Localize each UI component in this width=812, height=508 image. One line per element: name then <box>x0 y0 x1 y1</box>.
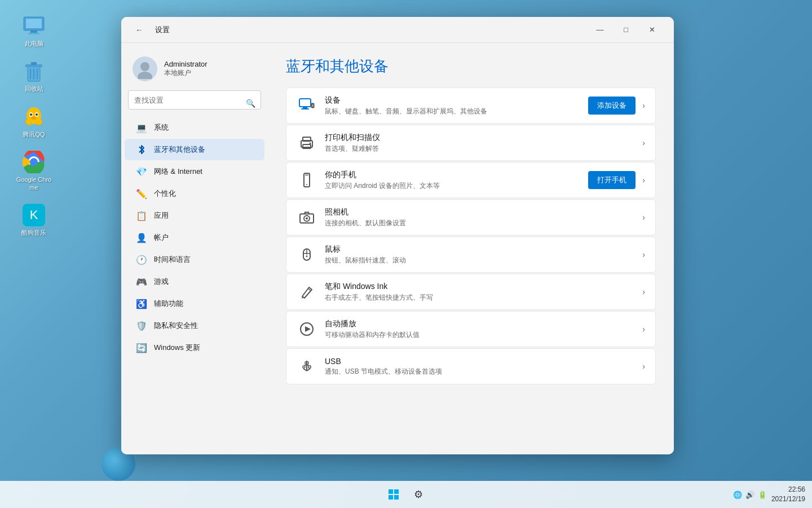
add-device-button[interactable]: 添加设备 <box>588 97 636 115</box>
svg-rect-22 <box>301 108 309 110</box>
svg-point-15 <box>30 158 38 166</box>
svg-rect-3 <box>28 33 39 34</box>
printers-title: 打印机和扫描仪 <box>325 133 633 143</box>
sidebar-item-bluetooth[interactable]: 蓝牙和其他设备 <box>125 139 264 160</box>
setting-item-autoplay[interactable]: 自动播放 可移动驱动器和内存卡的默认值 › <box>286 311 656 347</box>
clock-time: 22:56 <box>771 485 805 494</box>
svg-rect-6 <box>31 62 37 65</box>
svg-rect-49 <box>389 495 393 500</box>
autoplay-icon <box>297 319 317 339</box>
sidebar-item-personalization[interactable]: ✏️ 个性化 <box>125 183 264 204</box>
devices-text: 设备 鼠标、键盘、触笔、音频、显示器和扩展坞、其他设备 <box>325 95 581 116</box>
volume-tray-icon: 🔊 <box>745 491 754 499</box>
usb-chevron-icon: › <box>642 362 645 371</box>
user-name: Administrator <box>164 60 257 68</box>
usb-icon <box>297 356 317 376</box>
sidebar-item-accounts[interactable]: 👤 帐户 <box>125 227 264 248</box>
google-chrome-label: Google Chrome <box>15 176 53 192</box>
mouse-text: 鼠标 按钮、鼠标指针速度、滚动 <box>325 244 633 265</box>
camera-text: 照相机 连接的相机、默认图像设置 <box>325 207 633 228</box>
maximize-button[interactable]: □ <box>613 21 639 39</box>
pen-text: 笔和 Windows Ink 右手或左手、笔按钮快捷方式、手写 <box>325 282 633 303</box>
desktop-icon-google-chrome[interactable]: Google Chrome <box>11 147 56 195</box>
svg-point-30 <box>306 184 307 185</box>
svg-rect-48 <box>394 489 399 494</box>
setting-item-phone[interactable]: 你的手机 立即访问 Android 设备的照片、文本等 打开手机 › <box>286 162 656 198</box>
svg-point-45 <box>303 366 305 368</box>
camera-icon <box>297 207 317 227</box>
autoplay-title: 自动播放 <box>325 319 633 329</box>
time-icon: 🕐 <box>136 254 147 265</box>
desktop-icon-kkbox[interactable]: K 酷狗音乐 <box>11 200 56 240</box>
battery-tray-icon: 🔋 <box>758 491 767 499</box>
desktop-icons: 此电脑 回收站 <box>11 11 56 240</box>
recycle-bin-icon <box>23 60 45 82</box>
setting-item-usb[interactable]: USB 通知、USB 节电模式、移动设备首选项 › <box>286 348 656 384</box>
start-button[interactable] <box>382 483 405 506</box>
desktop: 此电脑 回收站 <box>0 0 812 508</box>
svg-rect-21 <box>303 107 307 108</box>
svg-point-10 <box>30 113 32 116</box>
recycle-bin-label: 回收站 <box>25 85 43 93</box>
open-phone-button[interactable]: 打开手机 <box>588 171 636 189</box>
printers-icon <box>297 133 317 153</box>
taskbar: ⚙ 🌐 🔊 🔋 22:56 2021/12/19 <box>0 481 812 508</box>
autoplay-subtitle: 可移动驱动器和内存卡的默认值 <box>325 330 633 340</box>
svg-point-34 <box>306 217 308 220</box>
printers-chevron-icon: › <box>642 138 645 147</box>
sidebar-item-apps[interactable]: 📋 应用 <box>125 205 264 226</box>
mouse-chevron-icon: › <box>642 250 645 259</box>
svg-point-12 <box>31 116 37 120</box>
window-controls: — □ ✕ <box>587 21 665 39</box>
autoplay-text: 自动播放 可移动驱动器和内存卡的默认值 <box>325 319 633 340</box>
back-button[interactable]: ← <box>130 21 148 39</box>
svg-point-38 <box>306 256 308 257</box>
svg-point-18 <box>140 62 149 71</box>
accessibility-icon: ♿ <box>136 298 147 309</box>
google-chrome-icon <box>23 151 45 173</box>
search-input[interactable] <box>128 90 261 110</box>
svg-text:K: K <box>30 208 38 222</box>
user-profile[interactable]: Administrator 本地账户 <box>121 50 268 90</box>
minimize-button[interactable]: — <box>587 21 613 39</box>
pen-icon <box>297 282 317 302</box>
svg-rect-24 <box>312 104 314 107</box>
desktop-icon-my-computer[interactable]: 此电脑 <box>11 11 56 51</box>
devices-icon <box>297 95 317 116</box>
pen-chevron-icon: › <box>642 287 645 296</box>
taskbar-clock: 22:56 2021/12/19 <box>771 485 805 504</box>
taskbar-center: ⚙ <box>382 483 430 506</box>
setting-item-printers[interactable]: 打印机和扫描仪 首选项、疑难解答 › <box>286 125 656 161</box>
sidebar-item-time[interactable]: 🕐 时间和语言 <box>125 249 264 270</box>
printers-text: 打印机和扫描仪 首选项、疑难解答 <box>325 133 633 154</box>
autoplay-chevron-icon: › <box>642 325 645 334</box>
mouse-action: › <box>640 250 645 259</box>
desktop-icon-qq[interactable]: 腾讯QQ <box>11 102 56 142</box>
my-computer-icon <box>23 15 45 37</box>
taskbar-settings-button[interactable]: ⚙ <box>407 483 430 506</box>
sidebar-item-accessibility[interactable]: ♿ 辅助功能 <box>125 293 264 314</box>
accounts-icon: 👤 <box>136 232 147 243</box>
sidebar-item-privacy[interactable]: 🛡️ 隐私和安全性 <box>125 315 264 336</box>
qq-icon <box>23 106 45 128</box>
setting-item-mouse[interactable]: 鼠标 按钮、鼠标指针速度、滚动 › <box>286 237 656 273</box>
sidebar-item-network[interactable]: 💎 网络 & Internet <box>125 161 264 182</box>
setting-item-camera[interactable]: 照相机 连接的相机、默认图像设置 › <box>286 199 656 235</box>
usb-action: › <box>640 362 645 371</box>
main-content: 蓝牙和其他设备 <box>268 43 674 454</box>
desktop-icon-recycle-bin[interactable]: 回收站 <box>11 56 56 96</box>
devices-subtitle: 鼠标、键盘、触笔、音频、显示器和扩展坞、其他设备 <box>325 107 581 116</box>
setting-item-devices[interactable]: 设备 鼠标、键盘、触笔、音频、显示器和扩展坞、其他设备 添加设备 › <box>286 87 656 124</box>
svg-point-28 <box>310 143 311 144</box>
sidebar-item-windows-update[interactable]: 🔄 Windows 更新 <box>125 337 264 358</box>
bluetooth-icon <box>136 144 147 155</box>
sidebar-item-gaming[interactable]: 🎮 游戏 <box>125 271 264 292</box>
sidebar-item-system[interactable]: 💻 系统 <box>125 117 264 138</box>
phone-text: 你的手机 立即访问 Android 设备的照片、文本等 <box>325 170 581 191</box>
svg-rect-1 <box>26 19 42 28</box>
search-container: 🔍 <box>121 90 268 116</box>
setting-item-pen[interactable]: 笔和 Windows Ink 右手或左手、笔按钮快捷方式、手写 › <box>286 274 656 310</box>
close-button[interactable]: ✕ <box>639 21 665 39</box>
taskbar-right: 🌐 🔊 🔋 22:56 2021/12/19 <box>733 485 805 504</box>
devices-chevron-icon: › <box>642 101 645 110</box>
